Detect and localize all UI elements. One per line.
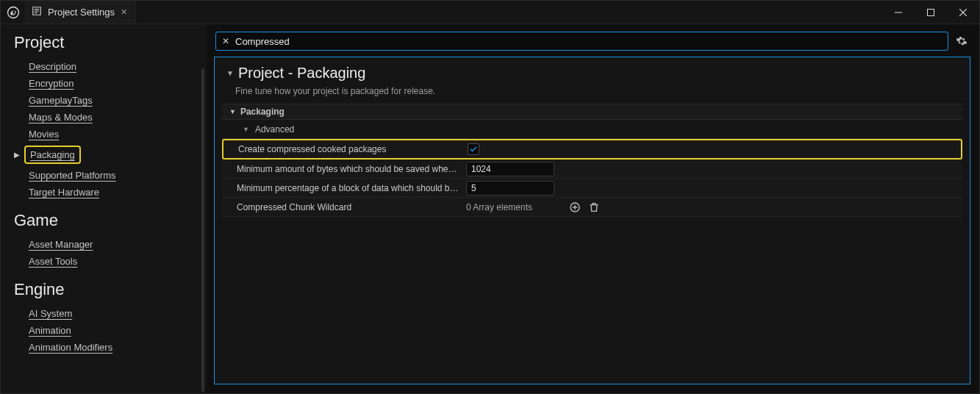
sidebar-section-engine: Engine <box>14 280 204 299</box>
input-min-bytes[interactable] <box>466 162 554 176</box>
minimize-button[interactable] <box>882 1 915 24</box>
sidebar-item-movies[interactable]: Movies <box>14 126 204 143</box>
sidebar-item-encryption[interactable]: Encryption <box>14 75 204 92</box>
settings-box-icon <box>32 6 42 18</box>
sidebar[interactable]: Project Description Encryption GameplayT… <box>1 24 207 393</box>
property-row-compressed-packages: Create compressed cooked packages <box>222 139 962 160</box>
property-row-chunk-wildcard: Compressed Chunk Wildcard 0 Array elemen… <box>222 198 962 217</box>
panel-header[interactable]: ▼ Project - Packaging <box>222 65 962 82</box>
search-box[interactable]: ✕ <box>215 32 948 51</box>
category-header-packaging[interactable]: ▼ Packaging <box>222 104 962 120</box>
maximize-button[interactable] <box>915 1 947 24</box>
tab-title: Project Settings <box>48 7 115 18</box>
property-label: Minimum percentage of a block of data wh… <box>222 183 462 193</box>
sidebar-item-asset-tools[interactable]: Asset Tools <box>14 253 204 270</box>
close-tab-icon[interactable]: ✕ <box>121 7 127 17</box>
panel-title: Project - Packaging <box>238 65 365 82</box>
sidebar-item-supported-platforms[interactable]: Supported Platforms <box>14 167 204 184</box>
property-label: Minimum amount of bytes which should be … <box>222 164 462 174</box>
array-count-text: 0 Array elements <box>466 202 532 212</box>
settings-panel: ▼ Project - Packaging Fine tune how your… <box>214 57 970 384</box>
property-row-min-percentage: Minimum percentage of a block of data wh… <box>222 179 962 198</box>
input-min-percentage[interactable] <box>466 181 554 196</box>
sidebar-item-description[interactable]: Description <box>14 58 204 75</box>
unreal-logo-icon <box>7 6 20 19</box>
close-window-button[interactable] <box>947 1 979 24</box>
property-label: Compressed Chunk Wildcard <box>222 202 462 212</box>
property-row-min-bytes: Minimum amount of bytes which should be … <box>222 160 962 179</box>
play-arrow-icon: ▶ <box>14 151 20 159</box>
chevron-down-icon: ▼ <box>226 69 234 77</box>
search-input[interactable] <box>235 36 942 47</box>
content-area: ✕ ▼ Project - Packaging Fine tune how yo… <box>207 24 979 393</box>
checkbox-compressed-packages[interactable] <box>468 143 479 155</box>
svg-rect-2 <box>928 9 934 15</box>
sidebar-item-maps-modes[interactable]: Maps & Modes <box>14 109 204 126</box>
panel-description: Fine tune how your project is packaged f… <box>222 82 962 104</box>
property-label: Create compressed cooked packages <box>223 144 463 154</box>
window-tab[interactable]: Project Settings ✕ <box>24 1 135 24</box>
chevron-down-icon: ▼ <box>243 126 249 133</box>
svg-point-0 <box>8 7 19 18</box>
sidebar-section-game: Game <box>14 211 204 230</box>
sidebar-item-asset-manager[interactable]: Asset Manager <box>14 236 204 253</box>
sidebar-item-ai-system[interactable]: AI System <box>14 305 204 322</box>
add-array-element-icon[interactable] <box>569 201 581 213</box>
titlebar: Project Settings ✕ <box>1 1 979 24</box>
clear-search-icon[interactable]: ✕ <box>222 36 229 46</box>
sidebar-item-animation-modifiers[interactable]: Animation Modifiers <box>14 339 204 356</box>
clear-array-icon[interactable] <box>588 201 600 213</box>
subcategory-header-advanced[interactable]: ▼ Advanced <box>222 120 962 139</box>
sidebar-section-project: Project <box>14 33 204 52</box>
sidebar-item-gameplaytags[interactable]: GameplayTags <box>14 92 204 109</box>
sidebar-item-animation[interactable]: Animation <box>14 322 204 339</box>
chevron-down-icon: ▼ <box>229 108 236 115</box>
sidebar-item-packaging[interactable]: ▶ Packaging <box>14 143 204 167</box>
gear-icon[interactable] <box>954 35 969 47</box>
sidebar-item-target-hardware[interactable]: Target Hardware <box>14 184 204 201</box>
